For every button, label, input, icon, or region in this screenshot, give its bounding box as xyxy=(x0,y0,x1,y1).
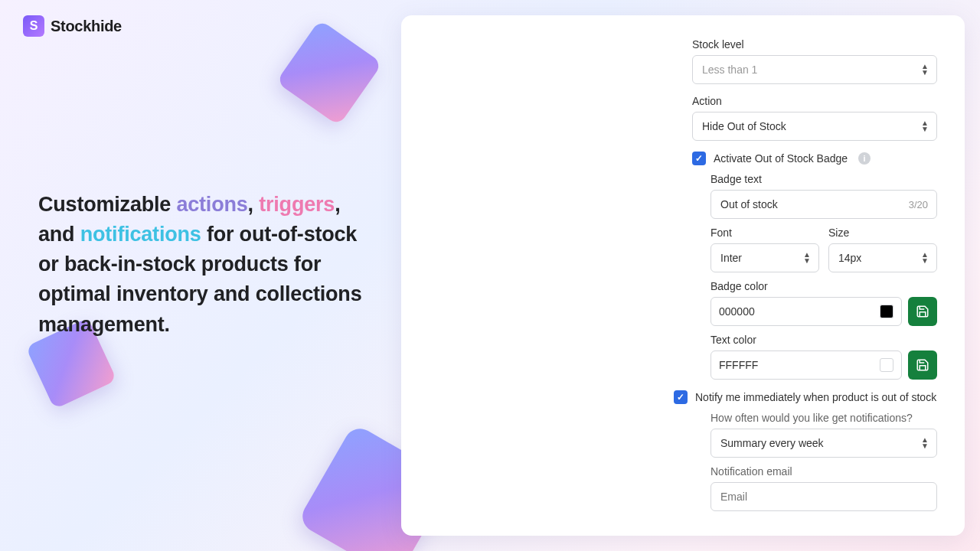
chevron-updown-icon: ▲▼ xyxy=(921,437,929,449)
decor-cube xyxy=(276,19,382,126)
color-swatch-icon xyxy=(880,305,893,318)
font-label: Font xyxy=(710,227,819,239)
action-select[interactable]: Hide Out of Stock ▲▼ xyxy=(692,112,937,141)
stock-level-select[interactable]: Less than 1 ▲▼ xyxy=(692,55,937,84)
brand: S Stockhide xyxy=(23,15,122,37)
hl-actions: actions xyxy=(176,193,247,216)
save-icon xyxy=(916,358,929,372)
brand-name: Stockhide xyxy=(51,18,122,35)
activate-badge-label: Activate Out of Stock Badge xyxy=(714,152,848,165)
badge-text-label: Badge text xyxy=(710,173,937,185)
chevron-updown-icon: ▲▼ xyxy=(921,252,929,264)
notify-freq-label: How often would you like get notificatio… xyxy=(710,412,937,424)
badge-text-input[interactable] xyxy=(710,190,937,219)
notify-freq-select[interactable]: Summary every week ▲▼ xyxy=(710,429,937,458)
hl-triggers: triggers xyxy=(259,193,335,216)
badge-color-input[interactable]: 000000 xyxy=(710,297,902,326)
text-color-label: Text color xyxy=(710,334,937,346)
activate-badge-checkbox[interactable]: ✓ xyxy=(692,152,706,165)
notify-email-label: Notification email xyxy=(710,465,937,478)
settings-panel: Stock level Less than 1 ▲▼ Action Hide O… xyxy=(401,15,965,536)
save-icon xyxy=(916,305,929,318)
text-color-save-button[interactable] xyxy=(908,350,937,380)
notify-label: Notify me immediately when product is ou… xyxy=(695,391,936,403)
stock-level-label: Stock level xyxy=(692,38,937,51)
font-select[interactable]: Inter ▲▼ xyxy=(710,243,819,272)
text-color-input[interactable]: FFFFFF xyxy=(710,350,902,380)
chevron-updown-icon: ▲▼ xyxy=(921,120,929,132)
info-icon[interactable]: i xyxy=(858,152,871,165)
color-swatch-icon xyxy=(880,358,893,372)
marketing-headline: Customizable actions, triggers, and noti… xyxy=(38,190,375,340)
brand-logo-icon: S xyxy=(23,15,44,37)
size-select[interactable]: 14px ▲▼ xyxy=(828,243,937,272)
action-label: Action xyxy=(692,95,937,107)
badge-color-save-button[interactable] xyxy=(908,297,937,326)
hl-notifications: notifications xyxy=(80,223,201,246)
notify-checkbox[interactable]: ✓ xyxy=(674,390,688,404)
badge-color-label: Badge color xyxy=(710,280,937,292)
notify-email-input[interactable] xyxy=(710,482,937,511)
size-label: Size xyxy=(828,227,937,239)
chevron-updown-icon: ▲▼ xyxy=(803,252,811,264)
badge-text-counter: 3/20 xyxy=(909,199,928,210)
chevron-updown-icon: ▲▼ xyxy=(921,64,929,76)
